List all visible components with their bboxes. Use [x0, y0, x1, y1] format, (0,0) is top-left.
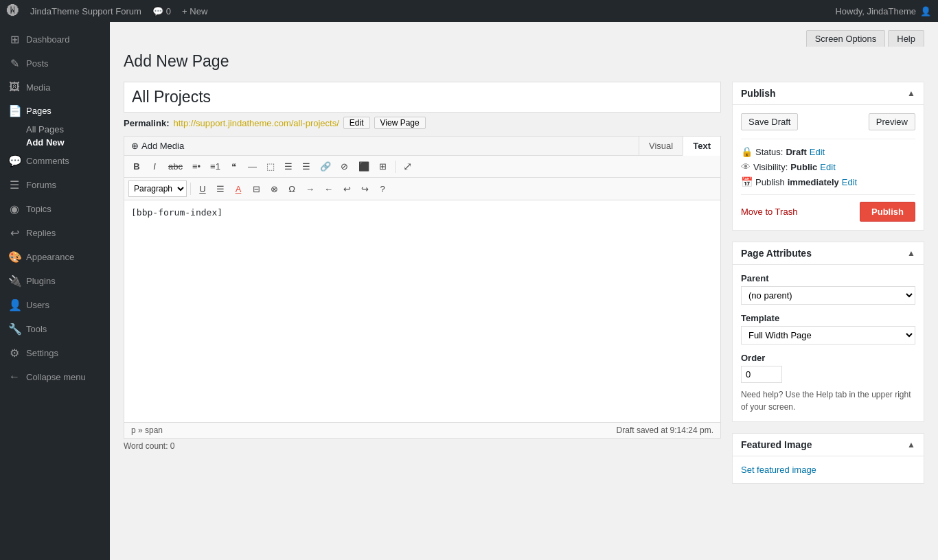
sidebar-item-tools[interactable]: 🔧 Tools [0, 317, 110, 341]
sidebar-item-pages[interactable]: 📄 Pages [0, 99, 110, 123]
publish-panel-title: Publish [741, 88, 776, 99]
sidebar-item-settings[interactable]: ⚙ Settings [0, 341, 110, 365]
main-content: Screen Options Help Add New Page Permali… [110, 22, 938, 560]
collapse-icon: ← [8, 371, 21, 383]
toolbar-clear[interactable]: ⊗ [266, 182, 282, 196]
toolbar-italic[interactable]: I [146, 159, 163, 174]
add-media-button[interactable]: ⊕ Add Media [124, 137, 191, 155]
help-button[interactable]: Help [888, 30, 924, 47]
sidebar-item-dashboard[interactable]: ⊞ Dashboard [0, 27, 110, 51]
post-title-input[interactable] [124, 82, 721, 113]
comments-icon: 💬 [8, 154, 21, 167]
sidebar-item-label: Replies [26, 228, 56, 238]
sidebar-item-posts[interactable]: ✎ Posts [0, 51, 110, 75]
toolbar-strikethrough[interactable]: abc [164, 159, 187, 174]
sidebar-subitem-all-pages[interactable]: All Pages [0, 123, 110, 136]
visibility-edit-link[interactable]: Edit [820, 162, 835, 172]
screen-options-button[interactable]: Screen Options [806, 30, 886, 47]
add-media-icon: ⊕ [131, 141, 139, 151]
toolbar-more[interactable]: ⬛ [354, 159, 374, 174]
adminbar-howdy[interactable]: Howdy, JindaTheme [835, 6, 916, 16]
toolbar-align-right[interactable]: ☰ [298, 159, 314, 174]
editor-toolbar-1: B I abc ≡• ≡1 ❝ — ⬚ ☰ ☰ 🔗 ⊘ ⬛ ⊞ [124, 156, 720, 178]
editor-textarea[interactable]: [bbp-forum-index] [124, 200, 720, 420]
publish-button[interactable]: Publish [860, 202, 915, 222]
page-attributes-panel: Page Attributes ▲ Parent (no parent) Tem… [732, 242, 924, 422]
toolbar-justify[interactable]: ☰ [212, 182, 229, 196]
sidebar-item-label: Media [26, 82, 50, 93]
sidebar-item-label: Plugins [26, 276, 56, 286]
featured-image-panel-header[interactable]: Featured Image ▲ [733, 434, 924, 456]
page-attributes-panel-header[interactable]: Page Attributes ▲ [733, 242, 924, 265]
tab-text[interactable]: Text [683, 137, 720, 156]
sidebar-item-label: Forums [26, 180, 56, 190]
featured-image-panel: Featured Image ▲ Set featured image [732, 433, 924, 484]
adminbar-comments[interactable]: 💬 0 [152, 6, 171, 16]
permalink-row: Permalink: http://support.jindatheme.com… [124, 117, 721, 129]
status-edit-link[interactable]: Edit [810, 147, 825, 157]
sidebar: ⊞ Dashboard ✎ Posts 🖼 Media 📄 Pages All … [0, 22, 110, 560]
tab-visual[interactable]: Visual [639, 137, 683, 155]
publish-top-actions: Save Draft Preview [741, 113, 915, 130]
sidebar-subitem-add-new[interactable]: Add New [0, 136, 110, 149]
sidebar-item-replies[interactable]: ↩ Replies [0, 221, 110, 245]
sidebar-item-label: Appearance [26, 252, 74, 262]
toolbar-color[interactable]: A [230, 182, 247, 196]
publish-panel-header[interactable]: Publish ▲ [733, 82, 924, 105]
sidebar-collapse[interactable]: ← Collapse menu [0, 365, 110, 388]
toolbar-bold[interactable]: B [128, 159, 145, 174]
adminbar-new[interactable]: + New [182, 6, 207, 16]
save-draft-button[interactable]: Save Draft [741, 113, 798, 130]
replies-icon: ↩ [8, 226, 21, 240]
sidebar-item-plugins[interactable]: 🔌 Plugins [0, 269, 110, 293]
permalink-url[interactable]: http://support.jindatheme.com/all-projec… [173, 118, 339, 128]
parent-select[interactable]: (no parent) [741, 286, 915, 305]
toolbar-ul[interactable]: ≡• [188, 159, 205, 174]
publish-divider-1 [741, 139, 915, 139]
order-label: Order [741, 353, 915, 363]
page-attributes-title: Page Attributes [741, 248, 812, 259]
toolbar-align-center[interactable]: ☰ [280, 159, 297, 174]
toolbar-paste[interactable]: ⊟ [248, 182, 264, 196]
topics-icon: ◉ [8, 202, 21, 215]
toolbar-underline[interactable]: U [194, 182, 211, 196]
toolbar-outdent[interactable]: ← [320, 182, 337, 196]
sidebar-item-users[interactable]: 👤 Users [0, 293, 110, 317]
toolbar-help[interactable]: ? [374, 182, 391, 196]
sidebar-item-appearance[interactable]: 🎨 Appearance [0, 245, 110, 269]
sidebar-item-forums[interactable]: ☰ Forums [0, 173, 110, 197]
preview-button[interactable]: Preview [869, 113, 915, 130]
adminbar-site-name[interactable]: JindaTheme Support Forum [30, 6, 141, 16]
toolbar-special-chars[interactable]: Ω [284, 182, 300, 196]
sidebar-item-label: Pages [26, 106, 52, 116]
template-select[interactable]: Full Width Page Default Template [741, 326, 915, 345]
toolbar-expand[interactable]: ⤢ [399, 159, 416, 174]
sidebar-item-topics[interactable]: ◉ Topics [0, 197, 110, 221]
publish-edit-link[interactable]: Edit [842, 177, 857, 187]
toolbar-indent[interactable]: → [301, 182, 319, 196]
order-input[interactable] [741, 366, 782, 383]
toolbar-hr[interactable]: — [244, 159, 261, 174]
move-to-trash-button[interactable]: Move to Trash [741, 207, 797, 217]
appearance-icon: 🎨 [8, 250, 21, 264]
toolbar-blockquote[interactable]: ❝ [226, 159, 242, 174]
toolbar-redo[interactable]: ↪ [356, 182, 373, 196]
toolbar-undo[interactable]: ↩ [339, 182, 355, 196]
toolbar-link[interactable]: 🔗 [316, 159, 335, 174]
view-page-button[interactable]: View Page [374, 117, 426, 129]
toolbar-ol[interactable]: ≡1 [206, 159, 225, 174]
status-icon: 🔒 [741, 146, 753, 157]
permalink-label: Permalink: [124, 118, 169, 128]
template-label: Template [741, 313, 915, 323]
users-icon: 👤 [8, 299, 21, 312]
sidebar-item-comments[interactable]: 💬 Comments [0, 149, 110, 173]
set-featured-image-link[interactable]: Set featured image [741, 465, 816, 475]
permalink-edit-button[interactable]: Edit [343, 117, 370, 129]
toolbar-align-left[interactable]: ⬚ [262, 159, 279, 174]
format-select[interactable]: Paragraph [128, 180, 187, 197]
toolbar-unlink[interactable]: ⊘ [336, 159, 353, 174]
sidebar-item-media[interactable]: 🖼 Media [0, 75, 110, 99]
wp-logo-icon[interactable]: 🅦 [7, 4, 19, 19]
toolbar-table[interactable]: ⊞ [375, 159, 391, 174]
comments-count: 0 [166, 6, 171, 16]
